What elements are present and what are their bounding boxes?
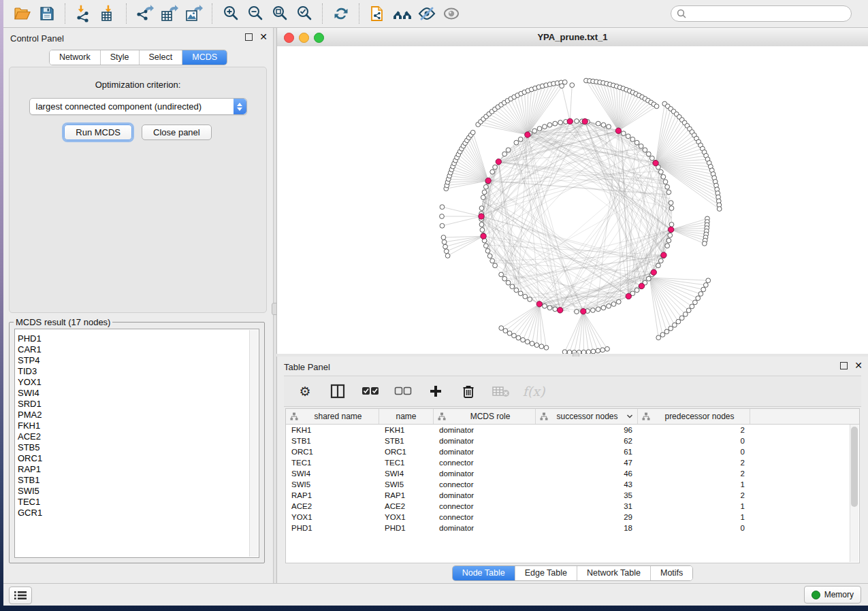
network-graph[interactable] [277,46,868,354]
table-row[interactable]: STB1STB1dominator620 [286,435,859,446]
mcds-result-item[interactable]: FKH1 [15,420,259,431]
table-cell[interactable]: 35 [536,490,638,501]
table-cell[interactable]: FKH1 [286,425,379,435]
table-cell[interactable]: 29 [536,512,638,523]
table-cell[interactable]: dominator [434,468,536,479]
table-cell[interactable]: PHD1 [286,523,379,533]
column-header-shared-name[interactable]: shared name [286,409,379,424]
import-network-icon[interactable] [71,3,96,24]
first-neighbors-icon[interactable] [390,3,415,24]
table-cell[interactable]: 62 [536,435,638,446]
table-row[interactable]: FKH1FKH1dominator962 [286,425,859,435]
table-cell[interactable]: dominator [434,425,536,435]
table-cell[interactable]: 1 [638,512,750,523]
mcds-result-item[interactable]: ORC1 [15,453,259,464]
mcds-result-item[interactable]: GCR1 [15,508,259,518]
float-panel-icon[interactable] [840,362,848,369]
mcds-result-item[interactable]: CAR1 [15,344,259,355]
table-cell[interactable]: 47 [536,457,638,468]
table-cell[interactable]: 2 [638,457,750,468]
mcds-result-item[interactable]: SWI4 [15,388,259,399]
import-table-icon[interactable] [96,3,120,24]
table-row[interactable]: TEC1TEC1connector472 [286,457,859,468]
table-cell[interactable]: 46 [536,468,638,479]
export-network-icon[interactable] [133,3,157,24]
table-cell[interactable]: 1 [638,479,750,490]
table-cell[interactable]: YOX1 [379,512,434,523]
table-cell[interactable]: dominator [434,523,536,533]
table-cell[interactable]: 0 [638,523,750,533]
table-cell[interactable]: dominator [434,435,536,446]
table-cell[interactable]: RAP1 [286,490,379,501]
tab-motifs[interactable]: Motifs [651,566,692,580]
table-settings-icon[interactable]: ⚙ [296,382,314,400]
criterion-select[interactable]: largest connected component (undirected) [29,98,247,115]
close-window-icon[interactable] [284,33,294,43]
network-canvas[interactable] [277,46,868,354]
network-window-titlebar[interactable]: YPA_prune.txt_1 [277,28,868,47]
table-cell[interactable]: STB1 [379,435,434,446]
mcds-result-item[interactable]: TEC1 [15,497,259,508]
zoom-in-icon[interactable] [219,3,243,24]
tab-network[interactable]: Network [50,50,101,65]
table-cell[interactable]: dominator [434,446,536,457]
table-cell[interactable]: ORC1 [286,446,379,457]
deselect-all-icon[interactable] [394,382,412,400]
hide-selected-icon[interactable] [415,3,439,24]
table-cell[interactable]: YOX1 [286,512,379,523]
tab-edge-table[interactable]: Edge Table [515,566,577,580]
export-image-icon[interactable] [182,3,206,24]
table-cell[interactable]: 2 [638,468,750,479]
show-all-icon[interactable] [439,3,464,24]
mcds-result-item[interactable]: PMA2 [15,410,259,420]
table-cell[interactable]: TEC1 [379,457,434,468]
select-all-icon[interactable] [361,382,379,400]
zoom-out-icon[interactable] [243,3,268,24]
mcds-result-list[interactable]: PHD1CAR1STP4TID3YOX1SWI4SRD1PMA2FKH1ACE2… [14,329,259,558]
table-cell[interactable]: 0 [638,446,750,457]
tab-select[interactable]: Select [140,50,183,65]
table-cell[interactable]: dominator [434,490,536,501]
table-row[interactable]: RAP1RAP1dominator352 [286,490,859,501]
show-panels-menu-button[interactable] [9,587,32,604]
network-from-file-icon[interactable] [366,3,390,24]
export-table-icon[interactable] [157,3,182,24]
table-row[interactable]: ACE2ACE2connector311 [286,501,859,512]
minimize-window-icon[interactable] [299,33,309,43]
search-input[interactable] [690,8,846,19]
mcds-result-item[interactable]: YOX1 [15,377,259,388]
mcds-result-item[interactable]: ACE2 [15,431,259,442]
table-scrollbar[interactable] [850,425,858,562]
table-cell[interactable]: RAP1 [379,490,434,501]
run-mcds-button[interactable]: Run MCDS [64,125,132,140]
table-row[interactable]: ORC1ORC1dominator610 [286,446,859,457]
table-cell[interactable]: ACE2 [379,501,434,512]
table-cell[interactable]: 18 [536,523,638,533]
column-header-name[interactable]: name [379,409,434,424]
zoom-selected-icon[interactable] [292,3,317,24]
mcds-result-item[interactable]: PHD1 [15,333,259,344]
column-header-predecessor-nodes[interactable]: predecessor nodes [638,409,750,424]
table-cell[interactable]: TEC1 [286,457,379,468]
table-cell[interactable]: FKH1 [379,425,434,435]
mcds-result-item[interactable]: SWI5 [15,486,259,497]
create-column-icon[interactable] [427,382,445,400]
table-cell[interactable]: SWI5 [286,479,379,490]
maximize-window-icon[interactable] [314,33,324,43]
table-cell[interactable]: 43 [536,479,638,490]
table-cell[interactable]: 2 [638,425,750,435]
close-panel-icon[interactable]: ✕ [854,363,863,369]
column-header-successor-nodes[interactable]: successor nodes [536,409,638,424]
table-cell[interactable]: SWI4 [379,468,434,479]
table-cell[interactable]: SWI5 [379,479,434,490]
delete-column-icon[interactable] [460,382,477,400]
table-row[interactable]: SWI5SWI5connector431 [286,479,859,490]
table-cell[interactable]: connector [434,457,536,468]
mcds-result-item[interactable]: STP4 [15,355,259,366]
mcds-result-item[interactable]: RAP1 [15,464,259,475]
table-cell[interactable]: ACE2 [286,501,379,512]
table-cell[interactable]: 0 [638,435,750,446]
table-cell[interactable]: 2 [638,490,750,501]
mcds-list-scrollbar[interactable] [249,330,258,557]
close-panel-button[interactable]: Close panel [142,125,212,140]
